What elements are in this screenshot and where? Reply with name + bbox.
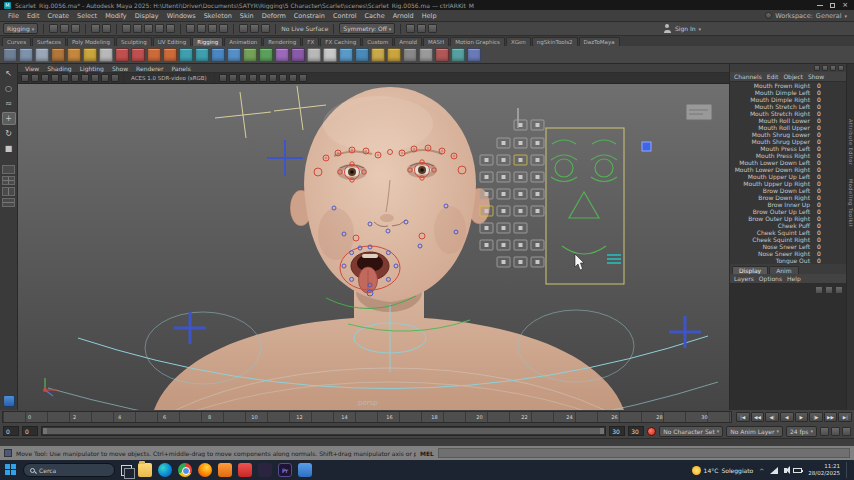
playback-option-icon[interactable]	[831, 427, 840, 436]
channel-name[interactable]: Nose Sneer Right	[730, 250, 814, 257]
move-layer-icon[interactable]	[835, 286, 843, 294]
channel-box-menu-object[interactable]: Object	[783, 73, 803, 80]
channel-value-field[interactable]: 0	[814, 250, 846, 257]
channel-name[interactable]: Cheek Squint Right	[730, 236, 814, 243]
channel-name[interactable]: Mouth Dimple Right	[730, 96, 814, 103]
viewport-display-icon[interactable]	[229, 74, 237, 82]
show-desktop-button[interactable]	[846, 462, 849, 478]
battery-icon[interactable]	[793, 468, 802, 473]
shelf-icon[interactable]	[243, 48, 257, 62]
shelf-icon[interactable]	[227, 48, 241, 62]
channel-name[interactable]: Nose Sneer Left	[730, 243, 814, 250]
channel-row[interactable]: Nose Sneer Right0	[730, 250, 846, 257]
viewport-display-icon[interactable]	[239, 74, 247, 82]
taskbar-app-media-encoder[interactable]	[258, 463, 272, 477]
menu-edit[interactable]: Edit	[23, 12, 44, 20]
maximize-button[interactable]	[830, 3, 835, 8]
viewport-display-icon[interactable]	[219, 74, 227, 82]
channel-box-menu-channels[interactable]: Channels	[734, 73, 762, 80]
taskbar-app-firefox[interactable]	[198, 463, 212, 477]
step-back-frame-button[interactable]: ◀|	[765, 412, 779, 422]
channel-name[interactable]: Mouth Stretch Left	[730, 103, 814, 110]
playback-end-field[interactable]: 30	[609, 426, 625, 436]
panel-menu-renderer[interactable]: Renderer	[133, 65, 166, 72]
start-button[interactable]	[5, 464, 17, 476]
channel-row[interactable]: Mouth Roll Upper0	[730, 124, 846, 131]
step-forward-key-button[interactable]: ▶▶	[824, 412, 838, 422]
shelf-icon[interactable]	[67, 48, 81, 62]
shelf-icon[interactable]	[339, 48, 353, 62]
menu-windows[interactable]: Windows	[163, 12, 200, 20]
selection-mask-icon[interactable]	[155, 24, 164, 33]
channel-name[interactable]: Brow Outer Up Right	[730, 215, 814, 222]
channel-value-field[interactable]: 0	[814, 257, 846, 264]
taskbar-app-premiere[interactable]: Pr	[278, 463, 292, 477]
channel-name[interactable]: Mouth Dimple Left	[730, 89, 814, 96]
layer-list-area[interactable]	[730, 284, 846, 410]
channel-box-menu-show[interactable]: Show	[808, 73, 824, 80]
channel-name[interactable]: Brow Down Right	[730, 194, 814, 201]
channel-value-field[interactable]: 0	[814, 103, 846, 110]
channel-row[interactable]: Cheek Puff0	[730, 222, 846, 229]
viewport-display-icon[interactable]	[289, 74, 297, 82]
anim-layer-selector[interactable]: No Anim Layer ▾	[726, 426, 783, 437]
task-view-button[interactable]	[121, 465, 132, 476]
layout-four-pane-button[interactable]	[2, 176, 15, 185]
menu-skin[interactable]: Skin	[236, 12, 258, 20]
history-icon[interactable]	[239, 24, 248, 33]
viewport-toolbar-icon[interactable]	[41, 74, 49, 82]
viewport-toolbar-icon[interactable]	[91, 74, 99, 82]
select-tool-button[interactable]: ↖	[2, 67, 16, 80]
menu-create[interactable]: Create	[43, 12, 73, 20]
menu-skeleton[interactable]: Skeleton	[200, 12, 236, 20]
channel-name[interactable]: Mouth Roll Lower	[730, 117, 814, 124]
menu-arnold[interactable]: Arnold	[389, 12, 418, 20]
shelf-tab-curves[interactable]: Curves	[2, 37, 31, 46]
channel-value-field[interactable]: 0	[814, 180, 846, 187]
render-icon[interactable]	[406, 24, 415, 33]
shelf-tab-custom[interactable]: Custom	[362, 37, 393, 46]
taskbar-app-chrome[interactable]	[178, 463, 192, 477]
channel-name[interactable]: Mouth Press Right	[730, 152, 814, 159]
menu-modify[interactable]: Modify	[101, 12, 131, 20]
shelf-tab-ngskintools2[interactable]: ngSkinTools2	[532, 37, 578, 46]
menu-select[interactable]: Select	[73, 12, 101, 20]
shelf-tab-rigging[interactable]: Rigging	[192, 37, 223, 46]
channel-row[interactable]: Brow Inner Up0	[730, 201, 846, 208]
taskbar-app-edge[interactable]	[158, 463, 172, 477]
shelf-icon[interactable]	[451, 48, 465, 62]
shelf-tab-fx[interactable]: FX	[302, 37, 319, 46]
viewport-display-icon[interactable]	[279, 74, 287, 82]
channel-row[interactable]: Mouth Press Left0	[730, 145, 846, 152]
channel-name[interactable]: Mouth Shrug Upper	[730, 138, 814, 145]
taskbar-app-orange[interactable]	[218, 463, 232, 477]
sidebar-tab-modeling-toolkit[interactable]: Modeling Toolkit	[848, 179, 854, 227]
channel-row[interactable]: Brow Outer Up Right0	[730, 215, 846, 222]
panel-menu-panels[interactable]: Panels	[168, 65, 193, 72]
channel-row[interactable]: Mouth Press Right0	[730, 152, 846, 159]
shelf-icon[interactable]	[51, 48, 65, 62]
fps-selector[interactable]: 24 fps ▾	[786, 426, 817, 437]
shelf-icon[interactable]	[99, 48, 113, 62]
taskbar-app-blue[interactable]	[298, 463, 312, 477]
layer-editor-tab-anim[interactable]: Anim	[769, 266, 798, 274]
channel-row[interactable]: Nose Sneer Left0	[730, 243, 846, 250]
shelf-icon[interactable]	[435, 48, 449, 62]
taskbar-search[interactable]: Cerca	[23, 463, 115, 477]
channel-row[interactable]: Mouth Dimple Left0	[730, 89, 846, 96]
scene-file-icon[interactable]	[71, 24, 80, 33]
viewport-3d-scene[interactable]: persp	[18, 84, 729, 410]
layer-menu-options[interactable]: Options	[759, 275, 782, 282]
channel-value-field[interactable]: 0	[814, 138, 846, 145]
shelf-icon[interactable]	[467, 48, 481, 62]
snap-icon[interactable]	[197, 24, 206, 33]
selection-mask-icon[interactable]	[133, 24, 142, 33]
perspective-viewport[interactable]: ViewShadingLightingShowRendererPanels AC…	[18, 64, 729, 410]
layer-editor-tab-display[interactable]: Display	[732, 266, 768, 274]
channel-row[interactable]: Mouth Shrug Upper0	[730, 138, 846, 145]
channel-name[interactable]: Mouth Upper Up Left	[730, 173, 814, 180]
layout-two-pane-stacked-button[interactable]	[2, 198, 15, 207]
undo-redo-icon[interactable]	[91, 24, 100, 33]
shelf-tab-daztomaya[interactable]: DazToMaya	[579, 37, 620, 46]
undo-redo-icon[interactable]	[102, 24, 111, 33]
